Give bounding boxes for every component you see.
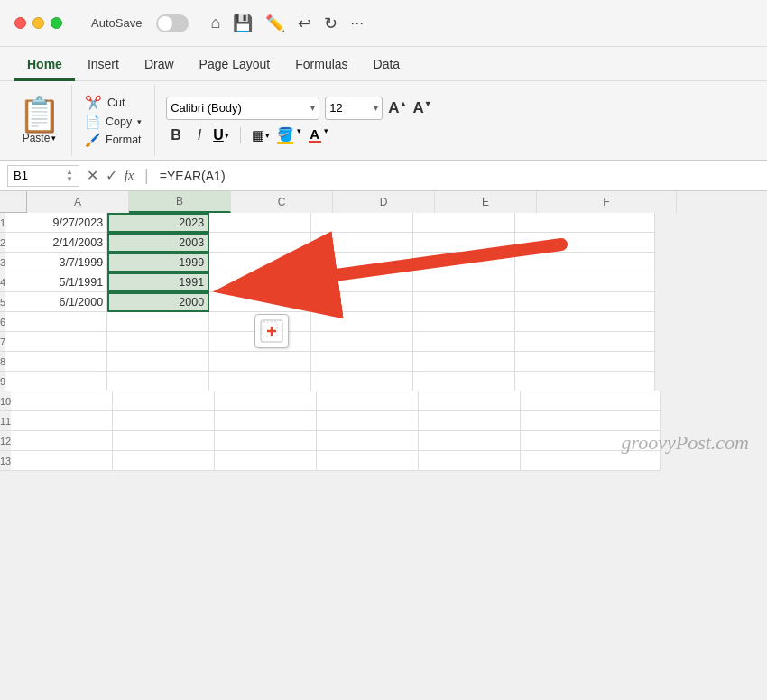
cell-a7[interactable]: [5, 332, 107, 352]
cell-e7[interactable]: [413, 332, 515, 352]
cell-d6[interactable]: [311, 312, 413, 332]
minimize-button[interactable]: [32, 17, 44, 29]
cell-b13[interactable]: [113, 451, 215, 471]
paste-button[interactable]: 📋 Paste ▾: [14, 94, 64, 148]
cell-f11[interactable]: [521, 411, 661, 431]
cell-reference-box[interactable]: B1 ▲▼: [7, 165, 79, 187]
cell-c13[interactable]: [215, 451, 317, 471]
cell-a2[interactable]: 2/14/2003: [5, 233, 107, 253]
cell-f1[interactable]: [515, 213, 655, 233]
cell-e9[interactable]: [413, 372, 515, 391]
save-icon[interactable]: 💾: [233, 14, 253, 33]
cell-e11[interactable]: [419, 411, 521, 431]
cell-f7[interactable]: [515, 332, 655, 352]
cell-f5[interactable]: [515, 292, 655, 312]
cell-a1[interactable]: 9/27/2023: [5, 213, 107, 233]
cell-d7[interactable]: [311, 332, 413, 352]
cell-c1[interactable]: [209, 213, 311, 233]
cell-e3[interactable]: [413, 253, 515, 272]
autosave-toggle[interactable]: [156, 14, 189, 32]
cell-f6[interactable]: [515, 312, 655, 332]
cell-b3[interactable]: 1999: [107, 253, 209, 272]
cell-b6[interactable]: [107, 312, 209, 332]
paste-float-button[interactable]: [254, 314, 289, 348]
cell-f3[interactable]: [515, 253, 655, 272]
cell-c2[interactable]: [209, 233, 311, 253]
cell-e10[interactable]: [419, 391, 521, 411]
tab-formulas[interactable]: Formulas: [282, 51, 360, 81]
cell-e2[interactable]: [413, 233, 515, 253]
cell-d12[interactable]: [317, 431, 419, 451]
col-header-d[interactable]: D: [333, 191, 435, 213]
col-header-b[interactable]: B: [129, 191, 231, 213]
cell-b9[interactable]: [107, 372, 209, 391]
cell-b8[interactable]: [107, 352, 209, 372]
cell-a12[interactable]: [11, 431, 113, 451]
cell-e12[interactable]: [419, 431, 521, 451]
cell-b4[interactable]: 1991: [107, 272, 209, 292]
cell-c4[interactable]: [209, 272, 311, 292]
cell-d1[interactable]: [311, 213, 413, 233]
cell-b7[interactable]: [107, 332, 209, 352]
tab-draw[interactable]: Draw: [132, 51, 187, 81]
cell-a8[interactable]: [5, 352, 107, 372]
formula-confirm-icon[interactable]: ✓: [106, 167, 117, 184]
cell-e1[interactable]: [413, 213, 515, 233]
tab-home[interactable]: Home: [14, 51, 75, 81]
cell-b5[interactable]: 2000: [107, 292, 209, 312]
more-icon[interactable]: ···: [350, 14, 364, 32]
font-name-select[interactable]: Calibri (Body) ▾: [166, 97, 319, 120]
tab-page-layout[interactable]: Page Layout: [187, 51, 283, 81]
font-grow-icon[interactable]: A▲: [388, 99, 407, 117]
bold-button[interactable]: B: [166, 125, 186, 145]
cut-button[interactable]: ✂️ Cut: [81, 93, 128, 113]
cell-a6[interactable]: [5, 312, 107, 332]
cell-e8[interactable]: [413, 352, 515, 372]
redo-icon[interactable]: ↻: [324, 14, 337, 33]
cell-a5[interactable]: 6/1/2000: [5, 292, 107, 312]
tab-insert[interactable]: Insert: [75, 51, 132, 81]
cell-d2[interactable]: [311, 233, 413, 253]
cell-c5[interactable]: [209, 292, 311, 312]
font-shrink-icon[interactable]: A▼: [412, 99, 431, 117]
cell-c9[interactable]: [209, 372, 311, 391]
tab-data[interactable]: Data: [361, 51, 413, 81]
cell-e4[interactable]: [413, 272, 515, 292]
italic-button[interactable]: I: [193, 125, 206, 145]
maximize-button[interactable]: [51, 17, 62, 29]
cell-f8[interactable]: [515, 352, 655, 372]
cell-f2[interactable]: [515, 233, 655, 253]
cell-d9[interactable]: [311, 372, 413, 391]
cell-d4[interactable]: [311, 272, 413, 292]
col-header-c[interactable]: C: [231, 191, 333, 213]
cell-a11[interactable]: [11, 411, 113, 431]
cell-f10[interactable]: [521, 391, 661, 411]
cell-e6[interactable]: [413, 312, 515, 332]
font-color-button[interactable]: A ▾: [309, 126, 321, 143]
cell-c10[interactable]: [215, 391, 317, 411]
border-button[interactable]: ▦ ▾: [252, 127, 270, 143]
col-header-f[interactable]: F: [537, 191, 677, 213]
cell-c8[interactable]: [209, 352, 311, 372]
cell-d13[interactable]: [317, 451, 419, 471]
cell-f13[interactable]: [521, 451, 661, 471]
formula-cancel-icon[interactable]: ✕: [87, 167, 98, 184]
font-size-select[interactable]: 12 ▾: [325, 97, 383, 120]
underline-button[interactable]: U ▾: [213, 127, 229, 143]
cell-a10[interactable]: [11, 391, 113, 411]
cell-b12[interactable]: [113, 431, 215, 451]
home-icon[interactable]: ⌂: [210, 14, 220, 32]
cell-d11[interactable]: [317, 411, 419, 431]
col-header-e[interactable]: E: [435, 191, 537, 213]
format-button[interactable]: 🖌️ Format: [81, 131, 145, 149]
undo-icon[interactable]: ↩: [298, 14, 311, 33]
cell-b11[interactable]: [113, 411, 215, 431]
copy-button[interactable]: 📄 Copy ▾: [81, 113, 145, 131]
cell-d10[interactable]: [317, 391, 419, 411]
cell-b1[interactable]: 2023: [107, 213, 209, 233]
cell-a13[interactable]: [11, 451, 113, 471]
col-header-a[interactable]: A: [27, 191, 129, 213]
cell-a4[interactable]: 5/1/1991: [5, 272, 107, 292]
cell-b10[interactable]: [113, 391, 215, 411]
edit-icon[interactable]: ✏️: [265, 14, 285, 33]
